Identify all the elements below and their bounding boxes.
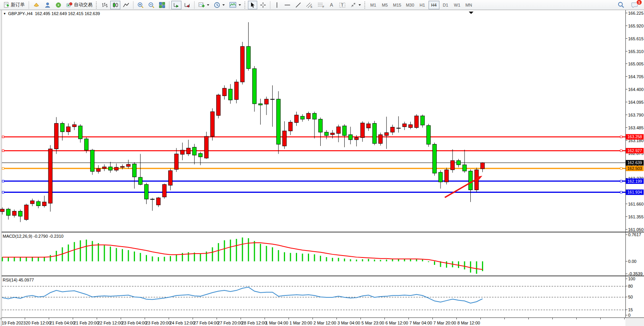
price-tick-label: 164.400 — [628, 87, 644, 92]
profile-button[interactable] — [43, 1, 53, 9]
time-tick-label: 2 Mar 12:00 — [314, 321, 337, 325]
candle — [403, 124, 407, 127]
crosshair-button[interactable] — [258, 1, 268, 9]
candle — [48, 149, 52, 203]
chevron-down-icon — [239, 4, 241, 6]
time-tick-label: 28 Feb 12:00 — [242, 321, 267, 325]
trendline-button[interactable] — [293, 1, 303, 9]
candle — [481, 163, 485, 169]
time-tick-label: 6 Mar 12:00 — [386, 321, 408, 325]
toolbar-separator — [169, 1, 169, 9]
price-tick-label: 161.660 — [628, 202, 644, 206]
periods-button[interactable] — [212, 1, 227, 9]
line-chart-button[interactable] — [121, 1, 131, 9]
signals-button[interactable] — [53, 1, 63, 9]
candle — [222, 88, 226, 96]
candle — [91, 150, 94, 172]
toolbar-separator — [194, 1, 195, 9]
new-order-button[interactable]: 新订单 — [2, 1, 27, 9]
auto-scroll-button[interactable] — [171, 1, 181, 9]
horizontal-line-icon — [284, 3, 290, 7]
candle — [108, 167, 112, 170]
timeframe-m15-button[interactable]: M15 — [391, 1, 403, 9]
candle — [415, 116, 419, 127]
time-axis[interactable]: 19 Feb 202320 Feb 12:0021 Feb 04:0021 Fe… — [1, 318, 625, 325]
timeframe-h4-button[interactable]: H4 — [429, 1, 439, 9]
text-button[interactable]: A — [327, 1, 337, 9]
autotrading-button[interactable]: 自动交易 — [64, 1, 94, 9]
line-chart-icon — [123, 2, 129, 8]
candle — [427, 125, 430, 144]
candlestick-button[interactable] — [110, 1, 120, 9]
timeframe-w1-button[interactable]: W1 — [452, 1, 463, 9]
time-tick-label: 23 Feb 20:00 — [146, 321, 171, 325]
zoom-in-button[interactable] — [135, 1, 145, 9]
time-tick-label: 8 Mar 12:00 — [458, 321, 480, 325]
level-handle — [620, 168, 622, 170]
timeframe-mn-button[interactable]: MN — [463, 1, 474, 9]
toolbar-grip — [244, 2, 246, 9]
rsi-scale-label: 100 — [628, 276, 635, 281]
macd-scale-label: -0.3539 — [628, 271, 642, 276]
arrows-button[interactable] — [348, 1, 363, 9]
tile-windows-button[interactable] — [157, 1, 167, 9]
price-tick-label: 165.615 — [628, 36, 644, 41]
toolbar-grip — [96, 2, 97, 9]
candlestick-icon — [112, 2, 118, 8]
candle — [198, 153, 202, 157]
rsi-pane: 1008050150 — [2, 276, 635, 317]
vertical-line-button[interactable] — [272, 1, 282, 9]
market-button[interactable] — [31, 1, 42, 9]
candle — [24, 205, 28, 220]
candle — [307, 113, 311, 119]
chart-shift-button[interactable] — [182, 1, 192, 9]
candle — [144, 184, 148, 199]
timeframe-m5-button[interactable]: M5 — [379, 1, 390, 9]
price-tick-label: 165.920 — [628, 24, 644, 28]
timeframe-m1-button[interactable]: M1 — [368, 1, 379, 9]
time-tick-label: 27 Feb 04:00 — [194, 321, 219, 325]
time-tick-label: 19 Feb 2023 — [2, 321, 26, 325]
horizontal-levels[interactable] — [2, 136, 625, 193]
timeframe-d1-button[interactable]: D1 — [440, 1, 451, 9]
candle — [150, 199, 154, 199]
search-button[interactable] — [616, 1, 626, 9]
cursor-button[interactable] — [248, 1, 257, 9]
auto-scroll-icon — [173, 2, 179, 8]
price-tick-label: 164.705 — [628, 74, 644, 79]
timeframe-h1-button[interactable]: H1 — [417, 1, 428, 9]
candle — [138, 177, 142, 184]
application-window: 新订单 自动交易 — [0, 0, 644, 326]
indicators-icon — [198, 2, 205, 8]
level-handle — [2, 150, 4, 152]
candle — [31, 201, 34, 204]
fibonacci-button[interactable]: F — [316, 1, 326, 9]
zoom-out-button[interactable] — [146, 1, 156, 9]
candle — [463, 165, 466, 171]
chat-button[interactable]: 1 — [629, 1, 640, 9]
candle — [157, 198, 161, 205]
channel-button[interactable]: E — [304, 1, 315, 9]
toolbar-separator — [270, 1, 270, 9]
time-tick-label: 20 Feb 12:00 — [26, 321, 51, 325]
bar-chart-button[interactable] — [99, 1, 109, 9]
arrows-icon — [350, 2, 356, 8]
candle — [379, 135, 383, 144]
chart-svg[interactable]: 166.225165.920165.615165.310165.005164.7… — [0, 10, 644, 326]
horizontal-line-button[interactable] — [282, 1, 292, 9]
candle — [234, 82, 238, 100]
time-tick-label: 7 Mar 20:00 — [434, 321, 456, 325]
candle — [408, 125, 412, 128]
text-label-button[interactable]: T — [337, 1, 347, 9]
market-icon — [33, 2, 40, 8]
indicators-button[interactable] — [196, 1, 211, 9]
templates-button[interactable] — [227, 1, 243, 9]
chart-collapse-arrow[interactable] — [469, 12, 473, 14]
timeframe-m30-button[interactable]: M30 — [404, 1, 416, 9]
candle — [258, 104, 262, 105]
candle — [246, 46, 250, 69]
candle — [181, 150, 184, 154]
level-handle — [620, 191, 622, 193]
candle — [229, 89, 232, 100]
price-box-label: 162.199 — [627, 179, 642, 184]
